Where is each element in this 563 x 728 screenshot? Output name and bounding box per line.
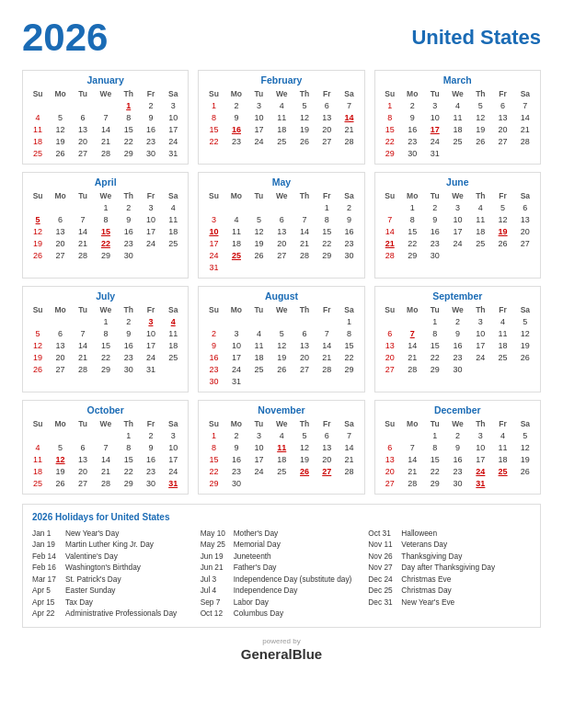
- calendar-day: 6: [379, 327, 401, 339]
- holiday-date: Jul 3: [201, 574, 230, 585]
- calendar-day: [469, 363, 491, 375]
- calendar-day: 3: [424, 99, 446, 111]
- calendar-day: 22: [94, 237, 117, 249]
- calendar-day: 23: [424, 237, 446, 249]
- calendar-day: [49, 429, 72, 441]
- calendar-day: 3: [225, 327, 248, 339]
- holiday-name: Washington's Birthday: [65, 562, 141, 573]
- holiday-item: Oct 31Halloween: [368, 528, 531, 539]
- calendar-table: SuMoTuWeThFrSa12345678910111213141516171…: [27, 88, 184, 159]
- day-header: Tu: [424, 418, 446, 429]
- calendar-table: SuMoTuWeThFrSa12345678910111213141516171…: [379, 418, 536, 489]
- calendar-day: 21: [72, 351, 94, 363]
- calendar-day: 26: [270, 363, 293, 375]
- calendar-day: 13: [514, 213, 536, 225]
- calendar-day: 4: [225, 213, 248, 225]
- calendar-day: 25: [27, 147, 49, 159]
- calendar-day: 15: [118, 123, 140, 135]
- day-header: Th: [293, 190, 316, 201]
- calendar-day: 2: [118, 201, 140, 213]
- calendar-day: 14: [379, 225, 401, 237]
- month-name: June: [379, 176, 536, 188]
- day-header: Sa: [514, 418, 536, 429]
- day-header: Tu: [424, 304, 446, 315]
- calendar-day: 5: [270, 327, 293, 339]
- calendar-day: 12: [514, 441, 536, 453]
- calendar-day: 9: [118, 327, 140, 339]
- calendar-day: [270, 261, 293, 273]
- day-header: Mo: [401, 190, 424, 201]
- calendar-day: 8: [379, 111, 401, 123]
- calendar-day: 3: [162, 99, 184, 111]
- calendar-day: 17: [469, 339, 491, 351]
- calendar-day: 28: [514, 135, 536, 147]
- footer: powered by GeneralBlue: [22, 637, 541, 662]
- calendar-day: [72, 201, 94, 213]
- calendar-day: 22: [202, 465, 224, 477]
- calendar-day: 29: [338, 363, 360, 375]
- calendar-day: [401, 315, 424, 327]
- calendar-day: 24: [140, 351, 162, 363]
- calendar-day: 9: [225, 441, 248, 453]
- holiday-date: Feb 16: [32, 562, 62, 573]
- calendar-day: [514, 477, 536, 489]
- calendar-day: [338, 375, 360, 387]
- calendar-day: [293, 201, 316, 213]
- day-header: Su: [27, 88, 49, 99]
- calendar-day: 26: [469, 135, 491, 147]
- calendar-day: 16: [118, 339, 140, 351]
- day-header: Su: [27, 304, 49, 315]
- calendar-day: 17: [247, 123, 270, 135]
- calendar-day: 1: [94, 315, 117, 327]
- calendar-day: 8: [424, 441, 446, 453]
- calendar-day: 24: [162, 465, 184, 477]
- calendar-day: [316, 477, 338, 489]
- calendar-day: 23: [225, 465, 248, 477]
- calendar-day: 15: [316, 225, 338, 237]
- calendar-day: 15: [94, 339, 117, 351]
- calendar-day: 13: [270, 225, 293, 237]
- calendar-day: 27: [270, 249, 293, 261]
- calendar-day: 17: [469, 453, 491, 465]
- calendar-day: 6: [270, 213, 293, 225]
- calendar-day: 14: [338, 441, 360, 453]
- calendar-table: SuMoTuWeThFrSa12345678910111213141516171…: [27, 418, 184, 489]
- day-header: Sa: [338, 418, 360, 429]
- calendar-day: [270, 375, 293, 387]
- calendar-day: 19: [293, 123, 316, 135]
- calendar-day: 20: [379, 351, 401, 363]
- calendar-day: 3: [469, 429, 491, 441]
- calendar-day: 24: [446, 237, 469, 249]
- day-header: Tu: [424, 88, 446, 99]
- calendar-day: 5: [469, 99, 491, 111]
- calendar-day: 20: [316, 453, 338, 465]
- calendar-day: 7: [316, 327, 338, 339]
- calendar-day: 1: [202, 429, 224, 441]
- day-header: Tu: [72, 88, 94, 99]
- day-header: Sa: [162, 190, 184, 201]
- calendar-day: 16: [338, 225, 360, 237]
- calendar-day: 7: [94, 111, 117, 123]
- calendar-day: 16: [140, 123, 162, 135]
- calendar-table: SuMoTuWeThFrSa12345678910111213141516171…: [27, 304, 184, 375]
- day-header: Su: [379, 88, 401, 99]
- day-header: Su: [379, 304, 401, 315]
- calendar-day: 27: [293, 363, 316, 375]
- calendar-day: 12: [49, 453, 72, 465]
- calendar-day: 4: [270, 99, 293, 111]
- calendar-day: 9: [446, 441, 469, 453]
- calendar-day: 2: [225, 429, 248, 441]
- calendar-day: 26: [49, 147, 72, 159]
- month-name: January: [27, 74, 184, 85]
- calendar-day: 22: [118, 465, 140, 477]
- calendar-day: 16: [225, 453, 248, 465]
- day-header: Th: [118, 88, 140, 99]
- calendar-day: 11: [491, 441, 513, 453]
- calendar-day: 14: [94, 453, 117, 465]
- calendar-day: 29: [379, 147, 401, 159]
- calendar-day: 26: [293, 465, 316, 477]
- calendar-day: 9: [225, 111, 248, 123]
- calendar-day: 18: [270, 453, 293, 465]
- calendar-day: 22: [424, 465, 446, 477]
- holiday-name: Valentine's Day: [65, 551, 118, 562]
